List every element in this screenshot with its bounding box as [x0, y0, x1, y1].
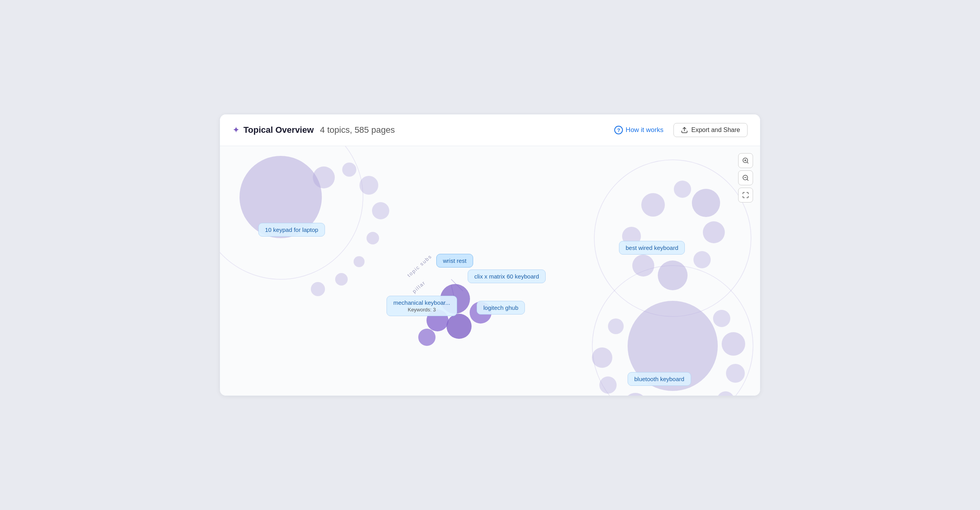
page-subtitle: 4 topics, 585 pages [320, 125, 395, 135]
page-title: Topical Overview [243, 125, 314, 135]
bubble-b5 [372, 202, 389, 219]
bubble-b20 [726, 364, 745, 383]
bubble-b-center5 [418, 329, 436, 346]
zoom-out-icon [742, 174, 749, 181]
bubble-b19 [722, 332, 745, 356]
fit-icon [742, 192, 749, 199]
bubble-b15 [658, 260, 688, 290]
bubble-b26 [592, 347, 612, 368]
fit-button[interactable] [738, 188, 753, 203]
bubble-b-center4 [470, 302, 492, 324]
bubble-b-center2 [426, 309, 448, 331]
how-it-works-button[interactable]: ? How it works [610, 123, 667, 137]
svg-line-11 [747, 179, 748, 180]
header-right: ? How it works Export and Share [610, 123, 748, 137]
bubble-b14 [693, 251, 711, 268]
zoom-in-button[interactable] [738, 153, 753, 168]
bubble-b18 [713, 310, 730, 327]
bubble-b10 [641, 193, 665, 217]
header-left: ✦ Topical Overview 4 topics, 585 pages [232, 125, 395, 135]
bubble-b9 [311, 282, 325, 296]
bubble-b4 [359, 176, 378, 195]
pillar-label: pillar [411, 280, 426, 295]
svg-line-7 [747, 162, 748, 163]
question-icon: ? [614, 126, 623, 134]
bubble-b-center1 [440, 284, 470, 314]
export-share-label: Export and Share [691, 127, 740, 134]
label-wrist: wrist rest [436, 254, 473, 268]
sparkle-icon: ✦ [232, 125, 240, 135]
bubble-b11 [674, 181, 691, 198]
bubble-b21 [717, 391, 734, 396]
export-icon [681, 127, 688, 134]
main-card: ✦ Topical Overview 4 topics, 585 pages ?… [220, 114, 760, 396]
bubble-b3 [342, 163, 356, 177]
svg-point-2 [594, 160, 751, 316]
bubble-b16 [632, 255, 654, 277]
export-share-button[interactable]: Export and Share [673, 123, 748, 137]
topic-subs-label: topic subs [406, 253, 433, 279]
bubble-b1 [240, 156, 322, 238]
bubble-b13 [703, 221, 725, 243]
bubble-b8 [335, 273, 348, 286]
bubble-b24 [624, 393, 647, 396]
bubble-b12 [692, 189, 720, 217]
bubble-b-center3 [446, 314, 472, 339]
zoom-controls [738, 153, 753, 203]
canvas-area[interactable]: topic subs pillar 10 keypad for laptop w… [220, 146, 760, 396]
bubble-b2 [313, 166, 335, 188]
header: ✦ Topical Overview 4 topics, 585 pages ?… [220, 114, 760, 146]
bubble-b-right-large [628, 301, 718, 391]
how-it-works-label: How it works [626, 126, 663, 134]
bubble-b27 [608, 318, 624, 334]
zoom-out-button[interactable] [738, 170, 753, 185]
bubble-b6 [367, 232, 379, 244]
zoom-in-icon [742, 157, 749, 164]
bubble-b7 [354, 256, 365, 267]
bubble-b17 [622, 227, 641, 246]
bubble-b25 [599, 376, 617, 394]
label-clix: clix x matrix 60 keyboard [468, 269, 546, 283]
